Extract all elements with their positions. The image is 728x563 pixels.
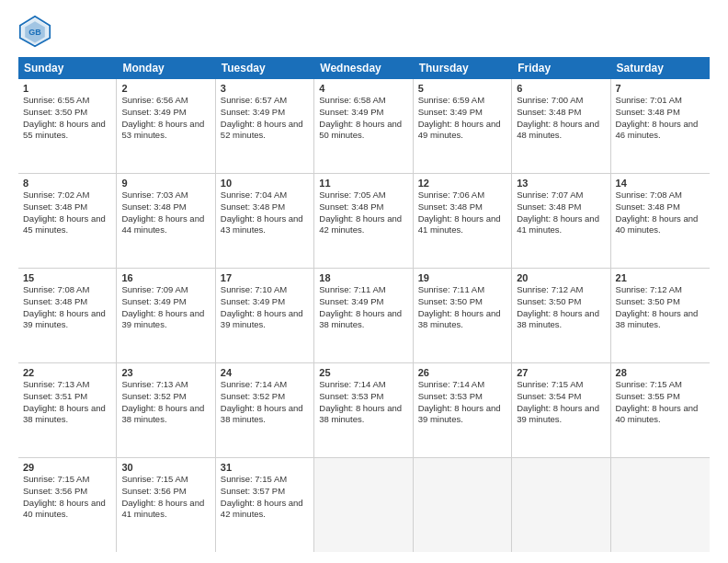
day-number: 16 bbox=[121, 272, 210, 283]
sun-info: Sunrise: 6:58 AM Sunset: 3:49 PM Dayligh… bbox=[319, 95, 407, 142]
daylight: Daylight: 8 hours and 38 minutes. bbox=[517, 308, 605, 332]
day-number: 18 bbox=[319, 272, 407, 283]
sunset: Sunset: 3:57 PM bbox=[221, 486, 309, 498]
sunrise: Sunrise: 7:13 AM bbox=[121, 379, 210, 391]
sunset: Sunset: 3:48 PM bbox=[23, 296, 111, 308]
sunrise: Sunrise: 7:07 AM bbox=[517, 190, 605, 201]
sun-info: Sunrise: 7:15 AM Sunset: 3:54 PM Dayligh… bbox=[517, 379, 605, 426]
sunset: Sunset: 3:49 PM bbox=[121, 107, 210, 119]
daylight: Daylight: 8 hours and 39 minutes. bbox=[517, 403, 605, 427]
day-number: 12 bbox=[418, 178, 506, 189]
sunrise: Sunrise: 7:13 AM bbox=[23, 379, 111, 391]
daylight: Daylight: 8 hours and 46 minutes. bbox=[616, 119, 705, 143]
sun-info: Sunrise: 7:15 AM Sunset: 3:56 PM Dayligh… bbox=[121, 474, 210, 521]
sunset: Sunset: 3:48 PM bbox=[221, 201, 309, 213]
daylight: Daylight: 8 hours and 40 minutes. bbox=[23, 498, 111, 522]
cal-header-monday: Monday bbox=[117, 57, 215, 79]
daylight: Daylight: 8 hours and 45 minutes. bbox=[23, 213, 111, 237]
day-number: 4 bbox=[319, 83, 407, 94]
daylight: Daylight: 8 hours and 43 minutes. bbox=[221, 213, 309, 237]
calendar: SundayMondayTuesdayWednesdayThursdayFrid… bbox=[18, 57, 710, 552]
day-number: 24 bbox=[221, 367, 309, 378]
sunset: Sunset: 3:48 PM bbox=[23, 201, 111, 213]
daylight: Daylight: 8 hours and 38 minutes. bbox=[616, 308, 705, 332]
sun-info: Sunrise: 7:04 AM Sunset: 3:48 PM Dayligh… bbox=[221, 190, 309, 236]
sunset: Sunset: 3:50 PM bbox=[23, 107, 111, 119]
sun-info: Sunrise: 7:11 AM Sunset: 3:49 PM Dayligh… bbox=[319, 284, 407, 331]
cal-cell-empty bbox=[512, 458, 610, 552]
cal-cell-20: 20 Sunrise: 7:12 AM Sunset: 3:50 PM Dayl… bbox=[512, 269, 610, 362]
logo: GB bbox=[18, 15, 57, 48]
day-number: 1 bbox=[23, 83, 111, 94]
sunrise: Sunrise: 7:12 AM bbox=[616, 284, 705, 296]
day-number: 3 bbox=[221, 83, 309, 94]
sunset: Sunset: 3:48 PM bbox=[616, 107, 705, 119]
day-number: 19 bbox=[418, 272, 506, 283]
sunset: Sunset: 3:48 PM bbox=[418, 201, 506, 213]
sunrise: Sunrise: 7:00 AM bbox=[517, 95, 605, 107]
sun-info: Sunrise: 7:03 AM Sunset: 3:48 PM Dayligh… bbox=[121, 190, 210, 236]
daylight: Daylight: 8 hours and 50 minutes. bbox=[319, 119, 407, 143]
daylight: Daylight: 8 hours and 55 minutes. bbox=[23, 119, 111, 143]
sunrise: Sunrise: 6:56 AM bbox=[121, 95, 210, 107]
sunset: Sunset: 3:48 PM bbox=[319, 201, 407, 213]
daylight: Daylight: 8 hours and 52 minutes. bbox=[221, 119, 309, 143]
cal-cell-8: 8 Sunrise: 7:02 AM Sunset: 3:48 PM Dayli… bbox=[18, 174, 117, 268]
sunset: Sunset: 3:56 PM bbox=[23, 486, 111, 498]
day-number: 20 bbox=[517, 272, 605, 283]
sunset: Sunset: 3:55 PM bbox=[616, 391, 705, 403]
cal-week-4: 22 Sunrise: 7:13 AM Sunset: 3:51 PM Dayl… bbox=[18, 363, 710, 458]
sunset: Sunset: 3:54 PM bbox=[517, 391, 605, 403]
daylight: Daylight: 8 hours and 38 minutes. bbox=[23, 403, 111, 427]
daylight: Daylight: 8 hours and 49 minutes. bbox=[418, 119, 506, 143]
cal-cell-25: 25 Sunrise: 7:14 AM Sunset: 3:53 PM Dayl… bbox=[314, 363, 413, 457]
cal-header-friday: Friday bbox=[512, 57, 610, 79]
cal-cell-6: 6 Sunrise: 7:00 AM Sunset: 3:48 PM Dayli… bbox=[512, 79, 610, 173]
day-number: 15 bbox=[23, 272, 111, 283]
sun-info: Sunrise: 7:07 AM Sunset: 3:48 PM Dayligh… bbox=[517, 190, 605, 236]
sunrise: Sunrise: 7:15 AM bbox=[221, 474, 309, 486]
sun-info: Sunrise: 7:10 AM Sunset: 3:49 PM Dayligh… bbox=[221, 284, 309, 331]
sunrise: Sunrise: 7:15 AM bbox=[616, 379, 705, 391]
day-number: 6 bbox=[517, 83, 605, 94]
cal-cell-12: 12 Sunrise: 7:06 AM Sunset: 3:48 PM Dayl… bbox=[414, 174, 512, 268]
daylight: Daylight: 8 hours and 40 minutes. bbox=[616, 213, 705, 237]
sunrise: Sunrise: 7:08 AM bbox=[616, 190, 705, 201]
sunrise: Sunrise: 7:14 AM bbox=[418, 379, 506, 391]
cal-cell-2: 2 Sunrise: 6:56 AM Sunset: 3:49 PM Dayli… bbox=[117, 79, 215, 173]
sunset: Sunset: 3:56 PM bbox=[121, 486, 210, 498]
sun-info: Sunrise: 7:05 AM Sunset: 3:48 PM Dayligh… bbox=[319, 190, 407, 236]
cal-cell-4: 4 Sunrise: 6:58 AM Sunset: 3:49 PM Dayli… bbox=[314, 79, 413, 173]
cal-cell-19: 19 Sunrise: 7:11 AM Sunset: 3:50 PM Dayl… bbox=[414, 269, 512, 362]
cal-cell-9: 9 Sunrise: 7:03 AM Sunset: 3:48 PM Dayli… bbox=[117, 174, 215, 268]
daylight: Daylight: 8 hours and 39 minutes. bbox=[121, 308, 210, 332]
sunset: Sunset: 3:50 PM bbox=[616, 296, 705, 308]
day-number: 9 bbox=[121, 178, 210, 189]
day-number: 2 bbox=[121, 83, 210, 94]
cal-cell-16: 16 Sunrise: 7:09 AM Sunset: 3:49 PM Dayl… bbox=[117, 269, 215, 362]
sun-info: Sunrise: 7:13 AM Sunset: 3:51 PM Dayligh… bbox=[23, 379, 111, 426]
cal-cell-23: 23 Sunrise: 7:13 AM Sunset: 3:52 PM Dayl… bbox=[117, 363, 215, 457]
daylight: Daylight: 8 hours and 39 minutes. bbox=[221, 308, 309, 332]
daylight: Daylight: 8 hours and 38 minutes. bbox=[121, 403, 210, 427]
sunset: Sunset: 3:49 PM bbox=[221, 296, 309, 308]
sunset: Sunset: 3:48 PM bbox=[517, 201, 605, 213]
cal-cell-empty bbox=[414, 458, 512, 552]
day-number: 27 bbox=[517, 367, 605, 378]
cal-cell-empty bbox=[314, 458, 413, 552]
logo-icon: GB bbox=[18, 15, 51, 48]
cal-cell-27: 27 Sunrise: 7:15 AM Sunset: 3:54 PM Dayl… bbox=[512, 363, 610, 457]
daylight: Daylight: 8 hours and 41 minutes. bbox=[517, 213, 605, 237]
cal-header-saturday: Saturday bbox=[611, 57, 710, 79]
sunrise: Sunrise: 7:14 AM bbox=[221, 379, 309, 391]
daylight: Daylight: 8 hours and 38 minutes. bbox=[319, 403, 407, 427]
cal-cell-31: 31 Sunrise: 7:15 AM Sunset: 3:57 PM Dayl… bbox=[216, 458, 314, 552]
cal-week-2: 8 Sunrise: 7:02 AM Sunset: 3:48 PM Dayli… bbox=[18, 174, 710, 269]
cal-cell-22: 22 Sunrise: 7:13 AM Sunset: 3:51 PM Dayl… bbox=[18, 363, 117, 457]
daylight: Daylight: 8 hours and 38 minutes. bbox=[418, 308, 506, 332]
sunset: Sunset: 3:52 PM bbox=[221, 391, 309, 403]
day-number: 30 bbox=[121, 462, 210, 473]
sun-info: Sunrise: 7:08 AM Sunset: 3:48 PM Dayligh… bbox=[23, 284, 111, 331]
sun-info: Sunrise: 7:15 AM Sunset: 3:56 PM Dayligh… bbox=[23, 474, 111, 521]
cal-cell-7: 7 Sunrise: 7:01 AM Sunset: 3:48 PM Dayli… bbox=[611, 79, 710, 173]
